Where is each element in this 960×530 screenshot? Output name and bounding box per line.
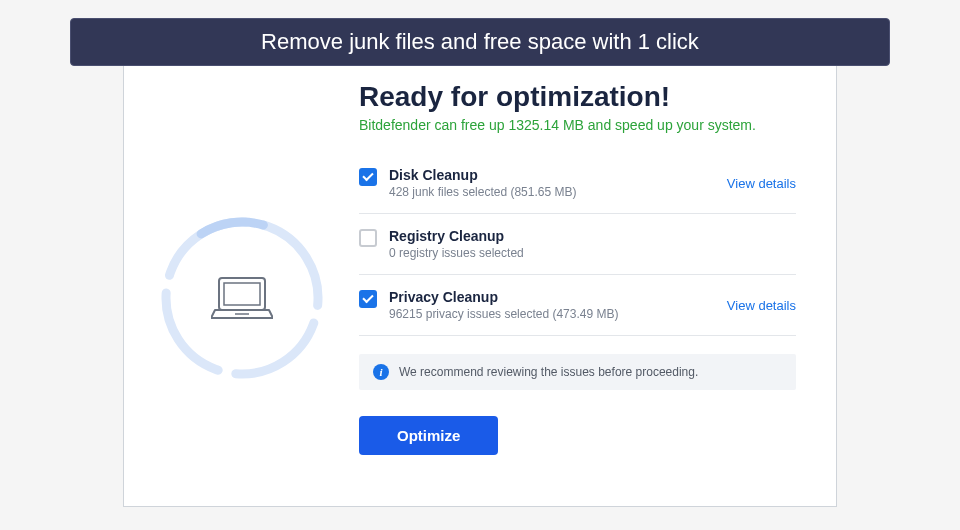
- disk-cleanup-title: Disk Cleanup: [389, 167, 727, 183]
- promo-banner-text: Remove junk files and free space with 1 …: [261, 29, 699, 55]
- cleanup-item-privacy: Privacy Cleanup 96215 privacy issues sel…: [359, 275, 796, 336]
- cleanup-item-disk: Disk Cleanup 428 junk files selected (85…: [359, 153, 796, 214]
- privacy-cleanup-sub: 96215 privacy issues selected (473.49 MB…: [389, 307, 727, 321]
- optimize-button[interactable]: Optimize: [359, 416, 498, 455]
- registry-cleanup-checkbox[interactable]: [359, 229, 377, 247]
- progress-graphic: [124, 81, 359, 455]
- subheading: Bitdefender can free up 1325.14 MB and s…: [359, 117, 796, 133]
- privacy-cleanup-checkbox[interactable]: [359, 290, 377, 308]
- recommendation-text: We recommend reviewing the issues before…: [399, 365, 698, 379]
- disk-cleanup-sub: 428 junk files selected (851.65 MB): [389, 185, 727, 199]
- registry-cleanup-sub: 0 registry issues selected: [389, 246, 796, 260]
- laptop-icon: [211, 276, 273, 320]
- registry-cleanup-title: Registry Cleanup: [389, 228, 796, 244]
- promo-banner: Remove junk files and free space with 1 …: [70, 18, 890, 66]
- optimization-card: Ready for optimization! Bitdefender can …: [123, 38, 837, 507]
- disk-cleanup-view-details[interactable]: View details: [727, 176, 796, 191]
- recommendation-bar: i We recommend reviewing the issues befo…: [359, 354, 796, 390]
- cleanup-item-registry: Registry Cleanup 0 registry issues selec…: [359, 214, 796, 275]
- disk-cleanup-checkbox[interactable]: [359, 168, 377, 186]
- svg-rect-3: [224, 283, 260, 305]
- privacy-cleanup-title: Privacy Cleanup: [389, 289, 727, 305]
- privacy-cleanup-view-details[interactable]: View details: [727, 298, 796, 313]
- info-icon: i: [373, 364, 389, 380]
- heading: Ready for optimization!: [359, 81, 796, 113]
